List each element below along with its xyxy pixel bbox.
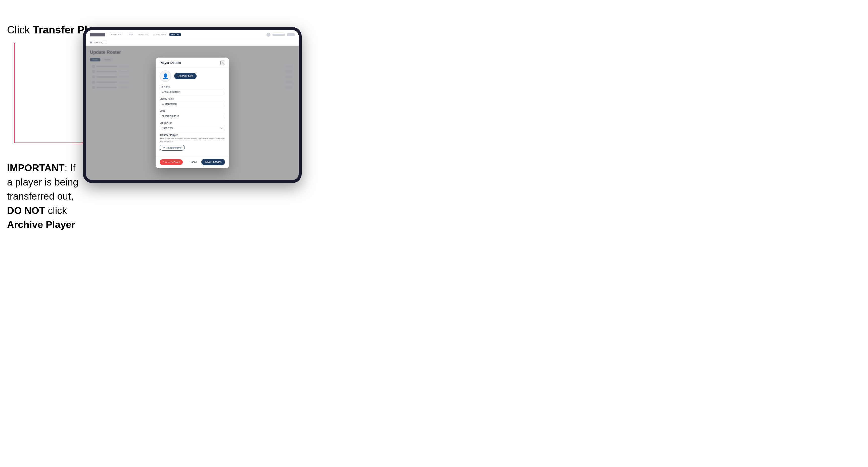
school-year-select[interactable]: Sixth Year <box>160 125 225 131</box>
footer-right: Cancel Save Changes <box>188 159 225 165</box>
modal-footer: □ Archive Player Cancel Save Changes <box>156 157 229 168</box>
breadcrumb-icon <box>90 41 92 43</box>
breadcrumb: Scorecard (111) <box>94 41 106 43</box>
important-label: IMPORTANT <box>7 162 65 173</box>
sub-header: Scorecard (111) <box>86 39 299 46</box>
photo-row: 👤 Upload Photo <box>160 70 225 82</box>
nav-add-player[interactable]: ADD PLAYER <box>152 33 167 36</box>
transfer-description: If this player has moved to another scho… <box>160 137 225 143</box>
modal-overlay: Player Details × 👤 Upload Photo <box>86 46 299 180</box>
nav-roster[interactable]: ROSTER <box>169 33 181 36</box>
user-name-placeholder <box>273 34 285 36</box>
modal-title: Player Details <box>160 61 181 65</box>
school-year-field: School Year Sixth Year <box>160 122 225 131</box>
full-name-label: Full Name <box>160 86 225 88</box>
transfer-section: Transfer Player If this player has moved… <box>160 134 225 151</box>
nav-items: DASHBOARD TEAM SESSIONS ADD PLAYER ROSTE… <box>108 33 264 36</box>
tablet-device: DASHBOARD TEAM SESSIONS ADD PLAYER ROSTE… <box>83 27 302 183</box>
do-not-label: DO NOT <box>7 205 45 216</box>
tablet-screen: DASHBOARD TEAM SESSIONS ADD PLAYER ROSTE… <box>86 30 299 180</box>
modal-close-button[interactable]: × <box>220 61 225 65</box>
archive-player-button[interactable]: □ Archive Player <box>160 159 183 165</box>
modal-body: 👤 Upload Photo Full Name Display Name <box>156 67 229 157</box>
archive-label: Archive Player <box>165 161 180 163</box>
transfer-player-button[interactable]: ↻ Transfer Player <box>160 145 185 151</box>
archive-icon: □ <box>163 161 164 163</box>
player-photo-circle: 👤 <box>160 70 171 82</box>
click-text: click <box>45 205 67 216</box>
email-label: Email <box>160 110 225 112</box>
nav-team[interactable]: TEAM <box>126 33 134 36</box>
instruction-warning: IMPORTANT: If a player is being transfer… <box>7 161 80 232</box>
school-year-label: School Year <box>160 122 225 124</box>
cancel-button[interactable]: Cancel <box>188 159 199 165</box>
main-content: Update Roster Roster Archive <box>86 46 299 180</box>
logout-button-placeholder[interactable] <box>287 33 294 36</box>
archive-player-warning-label: Archive Player <box>7 219 75 230</box>
transfer-section-label: Transfer Player <box>160 134 225 136</box>
full-name-field: Full Name <box>160 86 225 95</box>
save-changes-button[interactable]: Save Changes <box>202 159 225 165</box>
display-name-input[interactable] <box>160 101 225 107</box>
app-logo <box>90 33 105 36</box>
transfer-button-label: Transfer Player <box>166 147 182 149</box>
display-name-label: Display Name <box>160 97 225 100</box>
header-right <box>267 33 294 37</box>
modal-header: Player Details × <box>156 58 229 67</box>
email-field: Email <box>160 110 225 119</box>
full-name-input[interactable] <box>160 89 225 95</box>
nav-sessions[interactable]: SESSIONS <box>136 33 150 36</box>
email-input[interactable] <box>160 113 225 119</box>
instruction-click-prefix: Click <box>7 24 33 36</box>
upload-photo-button[interactable]: Upload Photo <box>174 73 196 79</box>
player-details-modal: Player Details × 👤 Upload Photo <box>156 58 229 168</box>
display-name-field: Display Name <box>160 97 225 107</box>
person-icon: 👤 <box>162 73 169 79</box>
nav-dashboard[interactable]: DASHBOARD <box>108 33 124 36</box>
user-avatar <box>267 33 271 37</box>
app-header: DASHBOARD TEAM SESSIONS ADD PLAYER ROSTE… <box>86 30 299 39</box>
arrow-line-vertical <box>14 43 14 143</box>
transfer-icon: ↻ <box>163 146 165 149</box>
